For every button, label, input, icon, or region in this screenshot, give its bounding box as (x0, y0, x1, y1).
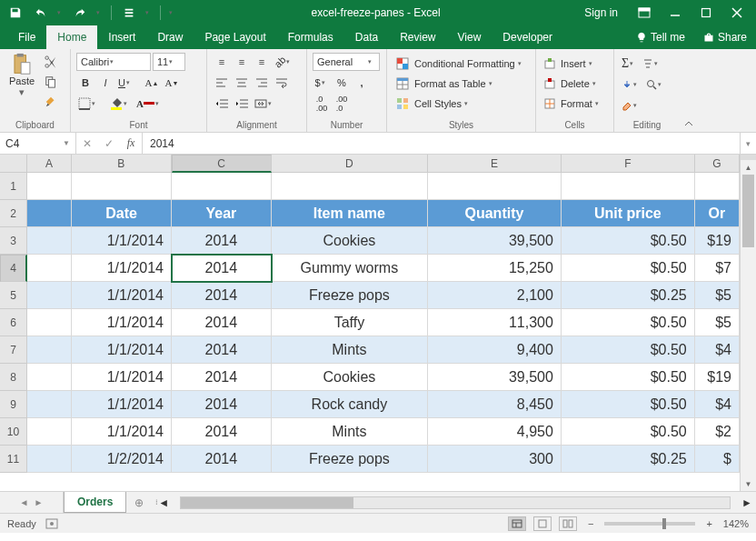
cells-format-button[interactable]: Format▾ (542, 95, 608, 113)
table-header[interactable]: Item name (272, 200, 428, 227)
cell-item[interactable]: Cookies (272, 364, 428, 391)
format-painter-button[interactable] (42, 93, 60, 111)
row-header-10[interactable]: 10 (0, 418, 27, 446)
cell-year[interactable]: 2014 (172, 418, 272, 446)
cell[interactable] (27, 282, 72, 309)
save-button[interactable] (5, 3, 25, 23)
redo-dropdown-icon[interactable]: ▾ (96, 9, 104, 16)
cell[interactable] (27, 255, 72, 282)
col-header-G[interactable]: G (695, 155, 740, 173)
row-header-11[interactable]: 11 (0, 446, 27, 473)
increase-decimal-button[interactable]: .0.00 (313, 95, 331, 113)
cell-year[interactable]: 2014 (172, 336, 272, 364)
cell-price[interactable]: $0.25 (562, 446, 695, 473)
table-header[interactable]: Quantity (428, 200, 562, 227)
orientation-button[interactable]: ab▾ (273, 53, 295, 71)
row-header-7[interactable]: 7 (0, 336, 27, 364)
row-header-1[interactable]: 1 (0, 173, 27, 200)
scroll-down-button[interactable]: ▼ (741, 476, 756, 491)
expand-formula-bar-button[interactable]: ▾ (740, 133, 756, 154)
cell-ord[interactable]: $4 (695, 336, 740, 364)
table-header[interactable]: Unit price (562, 200, 695, 227)
cell-item[interactable]: Gummy worms (272, 255, 428, 282)
cell[interactable] (272, 173, 428, 200)
cell-qty[interactable]: 39,500 (428, 227, 562, 255)
cell[interactable] (27, 336, 72, 364)
merge-button[interactable]: ▾ (253, 95, 277, 113)
cell-qty[interactable]: 4,950 (428, 418, 562, 446)
cell-date[interactable]: 1/1/2014 (72, 391, 172, 418)
align-bottom-button[interactable]: ≡ (253, 53, 271, 71)
signin-link[interactable]: Sign in (575, 6, 627, 19)
cell[interactable] (27, 200, 72, 227)
cell-ord[interactable]: $5 (695, 309, 740, 336)
cell-qty[interactable]: 2,100 (428, 282, 562, 309)
cell-price[interactable]: $0.50 (562, 336, 695, 364)
row-header-9[interactable]: 9 (0, 391, 27, 418)
sheet-next-button[interactable]: ► (35, 497, 44, 507)
undo-button[interactable] (31, 3, 51, 23)
align-right-button[interactable] (253, 74, 271, 92)
scroll-left-button[interactable]: ◄ (158, 496, 169, 509)
sort-filter-button[interactable]: ▾ (641, 55, 663, 73)
cell[interactable] (72, 173, 172, 200)
row-header-6[interactable]: 6 (0, 309, 27, 336)
tab-formulas[interactable]: Formulas (277, 25, 344, 49)
cell-year[interactable]: 2014 (172, 255, 272, 282)
cell-qty[interactable]: 11,300 (428, 309, 562, 336)
align-middle-button[interactable]: ≡ (233, 53, 251, 71)
cell[interactable] (562, 173, 695, 200)
cell[interactable] (172, 173, 272, 200)
percent-button[interactable]: % (333, 74, 351, 92)
col-header-A[interactable]: A (27, 155, 72, 173)
minimize-button[interactable] (662, 3, 689, 23)
decrease-indent-button[interactable] (213, 95, 231, 113)
cell[interactable] (27, 364, 72, 391)
col-header-E[interactable]: E (428, 155, 562, 173)
cell-price[interactable]: $0.50 (562, 309, 695, 336)
cell-price[interactable]: $0.25 (562, 282, 695, 309)
insert-function-button[interactable]: fx (120, 136, 142, 150)
formula-bar-input[interactable]: 2014 (143, 133, 740, 154)
cell[interactable] (695, 173, 740, 200)
cell-item[interactable]: Freeze pops (272, 282, 428, 309)
cell-year[interactable]: 2014 (172, 309, 272, 336)
view-page-break-button[interactable] (559, 516, 577, 531)
name-box[interactable]: C4 ▼ (0, 133, 76, 154)
fill-button[interactable]: ▾ (620, 75, 642, 94)
cell[interactable] (27, 391, 72, 418)
bold-button[interactable]: B (76, 74, 94, 92)
cells[interactable]: DateYearItem nameQuantityUnit priceOr1/1… (27, 173, 740, 491)
cell-year[interactable]: 2014 (172, 446, 272, 473)
col-header-F[interactable]: F (562, 155, 695, 173)
font-size-select[interactable]: 11▾ (153, 53, 185, 71)
vertical-scrollbar[interactable]: ▲ ▼ (740, 155, 756, 491)
tab-insert[interactable]: Insert (97, 25, 146, 49)
cell-price[interactable]: $0.50 (562, 227, 695, 255)
cell-date[interactable]: 1/2/2014 (72, 446, 172, 473)
cell-price[interactable]: $0.50 (562, 391, 695, 418)
tab-home[interactable]: Home (46, 25, 97, 49)
row-header-5[interactable]: 5 (0, 282, 27, 309)
tell-me[interactable]: Tell me (627, 25, 694, 49)
autosum-button[interactable]: Σ▾ (620, 55, 639, 73)
zoom-slider[interactable] (604, 522, 695, 526)
cell-date[interactable]: 1/1/2014 (72, 227, 172, 255)
qat-overflow-icon[interactable]: ▾ (169, 9, 176, 16)
cell-qty[interactable]: 15,250 (428, 255, 562, 282)
fill-color-button[interactable]: ▾ (108, 95, 133, 113)
align-center-button[interactable] (233, 74, 251, 92)
borders-button[interactable]: ▾ (76, 95, 101, 113)
align-top-button[interactable]: ≡ (213, 53, 231, 71)
sheet-tab-orders[interactable]: Orders (64, 492, 126, 513)
scroll-up-button[interactable]: ▲ (741, 160, 756, 175)
cell-qty[interactable]: 8,450 (428, 391, 562, 418)
col-header-C[interactable]: C (172, 155, 272, 173)
font-name-select[interactable]: Calibri▾ (76, 53, 151, 71)
collapse-ribbon-button[interactable] (680, 49, 698, 132)
cell-ord[interactable]: $7 (695, 255, 740, 282)
col-header-B[interactable]: B (72, 155, 172, 173)
undo-dropdown-icon[interactable]: ▾ (57, 9, 65, 16)
cancel-formula-button[interactable]: ✕ (76, 137, 98, 150)
hscroll-thumb[interactable] (181, 497, 353, 508)
